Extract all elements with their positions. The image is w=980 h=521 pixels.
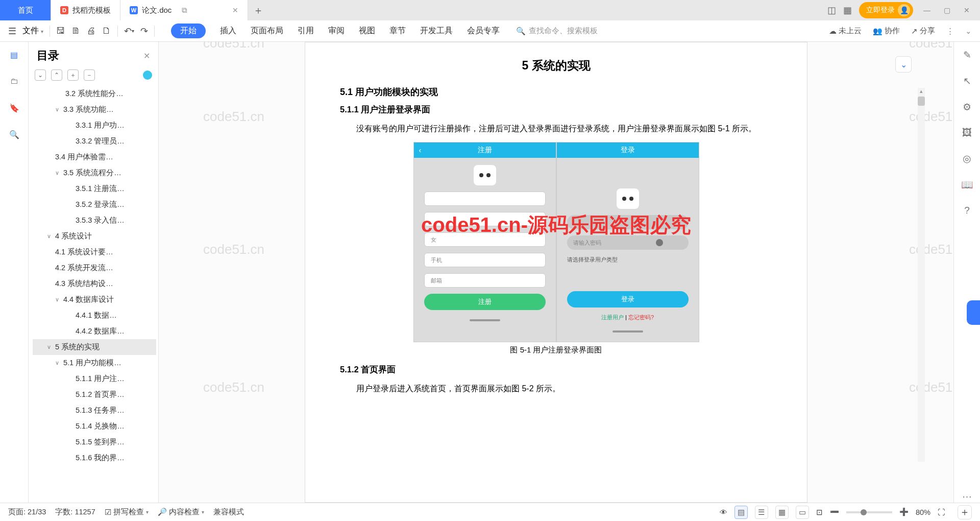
right-floating-tab[interactable]	[967, 300, 980, 325]
compass-icon[interactable]: ◎	[963, 153, 971, 164]
outline-item[interactable]: 5.1.3 任务界…	[33, 402, 156, 418]
tab-start[interactable]: 开始	[171, 23, 206, 38]
redo-icon[interactable]: ↷	[140, 26, 148, 37]
outline-item[interactable]: 3.5.2 登录流…	[33, 197, 156, 212]
outline-item[interactable]: 3.5.1 注册流…	[33, 181, 156, 197]
outline-item[interactable]: 5.1.6 我的界…	[33, 450, 156, 466]
tab-view[interactable]: 视图	[359, 26, 375, 36]
select-icon[interactable]: ↖	[963, 75, 971, 87]
settings-slider-icon[interactable]: ⚙	[963, 101, 971, 113]
tab-template[interactable]: D 找稻壳模板	[51, 0, 120, 20]
file-menu[interactable]: 文件 ▾	[22, 26, 43, 36]
fab-add[interactable]: ＋	[958, 505, 972, 519]
zoom-slider[interactable]	[846, 511, 892, 513]
fit-icon[interactable]: ⊡	[816, 508, 823, 516]
outline-item[interactable]: 3.3.1 用户功…	[33, 117, 156, 133]
outline-item[interactable]: 3.3.2 管理员…	[33, 133, 156, 149]
outline-item[interactable]: 5.1.5 签到界…	[33, 434, 156, 450]
more-tools-icon[interactable]: ⋯	[962, 491, 972, 503]
zoom-in-icon[interactable]: ➕	[899, 508, 909, 516]
view-outline-icon[interactable]: ☰	[755, 506, 768, 519]
outline-item[interactable]: 4.1 系统设计要…	[33, 244, 156, 260]
status-content[interactable]: 🔎内容检查 ▾	[158, 507, 204, 517]
close-icon[interactable]: ✕	[232, 6, 238, 14]
document-viewport[interactable]: 📄 ⌄ code51.cn code51.cn code51.cn code51…	[159, 42, 953, 503]
outline-item[interactable]: 4.4.1 数据…	[33, 307, 156, 323]
add-level-icon[interactable]: ＋	[67, 69, 79, 81]
vertical-scrollbar[interactable]: ▴	[918, 88, 925, 462]
tab-home[interactable]: 首页	[0, 0, 51, 20]
zoom-out-icon[interactable]: ➖	[830, 508, 839, 516]
outline-settings-icon[interactable]	[143, 70, 152, 80]
print-preview-icon[interactable]: 🗋	[102, 26, 111, 36]
pencil-icon[interactable]: ✎	[963, 49, 971, 61]
maximize-icon[interactable]: ▢	[941, 6, 953, 14]
view-page-icon[interactable]: ▤	[734, 506, 748, 519]
scroll-thumb[interactable]	[918, 97, 925, 106]
outline-item[interactable]: ∨5 系统的实现	[33, 339, 156, 355]
status-page[interactable]: 页面: 21/33	[8, 507, 46, 517]
outline-item[interactable]: 4.4.2 数据库…	[33, 323, 156, 339]
tab-insert[interactable]: 插入	[220, 26, 236, 36]
eye-icon[interactable]: 👁	[720, 508, 727, 516]
view-web-icon[interactable]: ▦	[775, 506, 789, 519]
transfer-icon[interactable]: ⧉	[182, 6, 187, 15]
outline-item[interactable]: ∨4.4 数据库设计	[33, 292, 156, 307]
outline-item[interactable]: ∨3.3 系统功能…	[33, 102, 156, 117]
outline-close-icon[interactable]: ✕	[143, 51, 150, 61]
status-compat[interactable]: 兼容模式	[213, 507, 244, 517]
help-icon[interactable]: ?	[964, 205, 970, 216]
tab-member[interactable]: 会员专享	[467, 26, 500, 36]
outline-item[interactable]: 3.5.3 录入信…	[33, 212, 156, 228]
tab-document[interactable]: W 论文.doc ⧉ ✕	[120, 0, 248, 20]
undo-icon[interactable]: ↶ ▾	[124, 26, 134, 37]
more-icon[interactable]: ⋮	[946, 27, 954, 36]
tab-review[interactable]: 审阅	[328, 26, 345, 36]
tab-add-button[interactable]: ＋	[248, 0, 268, 20]
expand-all-icon[interactable]: ⌃	[51, 69, 62, 81]
split-icon[interactable]: ◫	[827, 5, 836, 16]
bookmark-icon[interactable]: 🔖	[9, 102, 20, 113]
find-icon[interactable]: 🔍	[9, 129, 20, 140]
cloud-status[interactable]: ☁未上云	[829, 26, 862, 36]
collab-button[interactable]: 👥协作	[873, 26, 900, 36]
scroll-up-icon[interactable]: ▴	[918, 88, 925, 94]
outline-icon[interactable]: ▤	[9, 49, 20, 60]
tab-page-layout[interactable]: 页面布局	[251, 26, 283, 36]
outline-item[interactable]: 5.1.1 用户注…	[33, 371, 156, 387]
page-action-right[interactable]: ⌄	[895, 56, 912, 73]
library-icon[interactable]: 🗀	[9, 76, 20, 87]
status-spell[interactable]: ☑拼写检查 ▾	[105, 507, 149, 517]
tab-dev-tools[interactable]: 开发工具	[420, 26, 453, 36]
outline-item[interactable]: 4.3 系统结构设…	[33, 276, 156, 292]
outline-item[interactable]: 5.1.4 兑换物…	[33, 418, 156, 434]
share-button[interactable]: ↗分享	[911, 26, 935, 36]
collapse-icon[interactable]: ⌄	[965, 27, 972, 36]
print-icon[interactable]: 🖨	[87, 26, 96, 36]
zoom-value[interactable]: 80%	[916, 508, 930, 516]
grid-icon[interactable]: ▦	[843, 5, 852, 16]
hamburger-icon[interactable]: ☰	[8, 26, 16, 37]
outline-item[interactable]: ∨4 系统设计	[33, 228, 156, 244]
window-close-icon[interactable]: ✕	[961, 6, 973, 14]
outline-item[interactable]: ∨5.1 用户功能模…	[33, 355, 156, 371]
book-icon[interactable]: 📖	[961, 179, 973, 191]
command-search[interactable]: 🔍 查找命令、搜索模板	[516, 26, 598, 36]
save-as-icon[interactable]: 🗎	[71, 26, 81, 36]
login-button[interactable]: 立即登录 👤	[859, 2, 913, 18]
outline-item[interactable]: 3.4 用户体验需…	[33, 149, 156, 165]
collapse-all-icon[interactable]: ⌄	[35, 69, 46, 81]
outline-item[interactable]: 3.2 系统性能分…	[33, 86, 156, 102]
view-read-icon[interactable]: ▭	[796, 506, 809, 519]
save-icon[interactable]: 🖫	[56, 26, 65, 36]
tab-section[interactable]: 章节	[389, 26, 406, 36]
outline-list[interactable]: 3.2 系统性能分…∨3.3 系统功能…3.3.1 用户功…3.3.2 管理员……	[29, 86, 158, 471]
outline-item[interactable]: 5.1.2 首页界…	[33, 387, 156, 402]
remove-level-icon[interactable]: －	[84, 69, 95, 81]
outline-item[interactable]: 4.2 系统开发流…	[33, 260, 156, 276]
image-icon[interactable]: 🖼	[962, 127, 972, 138]
fullscreen-icon[interactable]: ⛶	[938, 508, 945, 516]
minimize-icon[interactable]: —	[920, 6, 934, 14]
status-words[interactable]: 字数: 11257	[55, 507, 95, 517]
outline-item[interactable]: ∨3.5 系统流程分…	[33, 165, 156, 181]
